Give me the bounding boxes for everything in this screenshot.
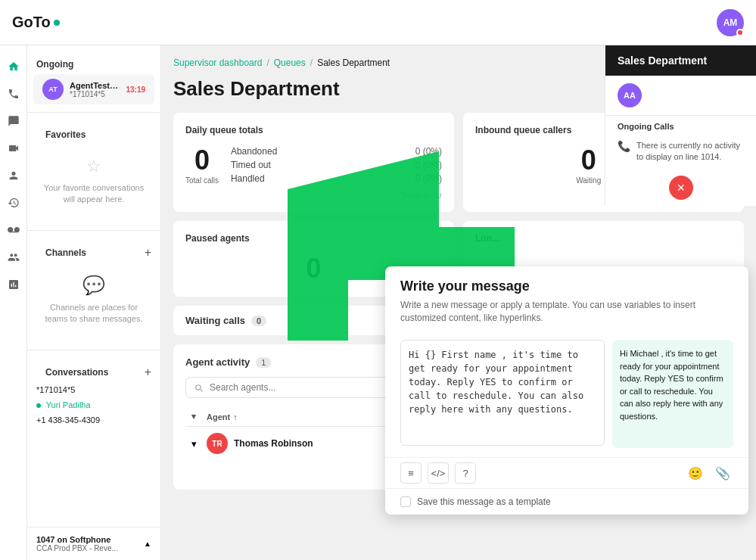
conversations-add-button[interactable]: + bbox=[145, 366, 151, 379]
search-icon bbox=[194, 383, 204, 393]
ongoing-item[interactable]: AT AgentTest agent *171014*5 13:19 bbox=[33, 74, 154, 104]
topbar: GoTo AM bbox=[0, 0, 756, 45]
inbound-waiting-num: 0 bbox=[576, 145, 601, 176]
logo-text: GoTo bbox=[12, 14, 51, 31]
conversations-section: Conversations + *171014*5 Yuri Padilha +… bbox=[27, 358, 160, 432]
col-agent-header[interactable]: Agent ↑ bbox=[207, 412, 380, 422]
modal-body: Hi {} First name , it's time to get read… bbox=[385, 331, 748, 457]
expand-icon: ▲ bbox=[144, 540, 151, 548]
timed-out-val: 0 (0%) bbox=[415, 160, 442, 170]
channels-add-button[interactable]: + bbox=[145, 246, 151, 260]
handled-label: Handled bbox=[231, 173, 265, 184]
avatar-initials: AM bbox=[723, 17, 738, 28]
abandoned-row: Abandoned 0 (0%) bbox=[231, 145, 442, 158]
rp-no-activity-text: There is currently no activity to displa… bbox=[636, 140, 744, 163]
sidebar-icon-supervisor[interactable] bbox=[2, 245, 26, 269]
rp-no-activity: 📞 There is currently no activity to disp… bbox=[605, 134, 756, 170]
longest-title: Lon... bbox=[475, 233, 732, 244]
modal-footer: Save this message as a template bbox=[385, 488, 748, 515]
ongoing-label: Ongoing bbox=[27, 54, 160, 74]
page-title: Sales Department bbox=[173, 77, 340, 101]
help-button[interactable]: ? bbox=[455, 462, 476, 484]
right-panel: Sales Department AA Ongoing Calls 📞 Ther… bbox=[605, 45, 756, 206]
ongoing-time: 13:19 bbox=[126, 86, 145, 94]
rp-agent-row: AA bbox=[605, 76, 756, 116]
divider-3 bbox=[27, 350, 160, 350]
sidebar-icon-phone[interactable] bbox=[2, 82, 26, 106]
left-panel: Ongoing AT AgentTest agent *171014*5 13:… bbox=[27, 45, 161, 560]
message-textarea[interactable]: Hi {} First name , it's time to get read… bbox=[400, 340, 605, 446]
textarea-wrap: Hi {} First name , it's time to get read… bbox=[400, 340, 605, 448]
modal-subtitle: Write a new message or apply a template.… bbox=[400, 299, 733, 325]
conv-active-dot bbox=[36, 403, 41, 408]
code-button[interactable]: </> bbox=[428, 462, 449, 484]
daily-queue-card: Daily queue totals 0 Total calls Abandon… bbox=[173, 113, 454, 212]
rp-ongoing-title: Ongoing Calls bbox=[605, 116, 756, 134]
abandoned-label: Abandoned bbox=[231, 146, 277, 157]
daily-footer: Today so far bbox=[231, 191, 442, 200]
rp-phone-icon: 📞 bbox=[618, 140, 630, 152]
divider-1 bbox=[27, 112, 160, 113]
sidebar-icon-chat[interactable] bbox=[2, 109, 26, 133]
sidebar-icon-home[interactable] bbox=[2, 54, 26, 79]
paused-title: Paused agents bbox=[185, 233, 442, 244]
agent-name: Thomas Robinson bbox=[234, 438, 313, 449]
logo-dot bbox=[54, 20, 60, 26]
activity-title: Agent activity bbox=[185, 356, 250, 368]
conv1-text: *171014*5 bbox=[36, 385, 75, 394]
star-icon: ☆ bbox=[86, 157, 101, 176]
text-format-button[interactable]: ≡ bbox=[400, 462, 422, 484]
favorites-empty-text: Your favorite conversations will appear … bbox=[42, 182, 145, 206]
conversation-item-2[interactable]: Yuri Padilha bbox=[36, 397, 151, 412]
channels-label: Channels bbox=[36, 243, 95, 263]
sidebar-icon-rail bbox=[0, 45, 27, 560]
abandoned-val: 0 (0%) bbox=[415, 146, 442, 157]
sidebar-icon-video[interactable] bbox=[2, 136, 26, 160]
channels-empty: 💬 Channels are places for teams to share… bbox=[36, 263, 151, 338]
channels-icon: 💬 bbox=[82, 275, 105, 296]
conversation-item-3[interactable]: +1 438-345-4309 bbox=[36, 412, 151, 428]
breadcrumb-dashboard[interactable]: Supervisor dashboard bbox=[173, 58, 262, 68]
conversations-label: Conversations bbox=[36, 362, 117, 382]
sidebar-icon-analytics[interactable] bbox=[2, 272, 26, 297]
breadcrumb-current: Sales Department bbox=[317, 58, 390, 68]
waiting-calls-label: Waiting calls bbox=[185, 315, 245, 326]
favorites-label: Favorites bbox=[36, 125, 151, 145]
timed-out-row: Timed out 0 (0%) bbox=[231, 158, 442, 172]
sidebar-icon-history[interactable] bbox=[2, 191, 26, 215]
breadcrumb-sep2: / bbox=[310, 58, 313, 68]
goto-logo: GoTo bbox=[12, 14, 60, 31]
handled-val: 0 (0%) bbox=[415, 173, 442, 184]
modal-toolbar: ≡ </> ? 🙂 📎 bbox=[385, 457, 748, 488]
agent-avatar: TR bbox=[207, 433, 228, 454]
ongoing-ext: *171014*5 bbox=[70, 90, 120, 98]
favorites-section: Favorites ☆ Your favorite conversations … bbox=[27, 120, 160, 222]
breadcrumb-queues[interactable]: Queues bbox=[274, 58, 306, 68]
activity-count: 1 bbox=[256, 357, 271, 368]
rp-title: Sales Department bbox=[605, 45, 756, 76]
sidebar-icon-voicemail[interactable] bbox=[2, 218, 26, 242]
channels-empty-text: Channels are places for teams to share m… bbox=[42, 302, 145, 325]
daily-queue-title: Daily queue totals bbox=[185, 125, 442, 135]
ongoing-avatar: AT bbox=[42, 79, 64, 100]
write-message-modal: Write your message Write a new message o… bbox=[385, 266, 748, 515]
inbound-waiting-label: Waiting bbox=[576, 176, 601, 185]
modal-header: Write your message Write a new message o… bbox=[385, 266, 748, 331]
conversation-item-1[interactable]: *171014*5 bbox=[36, 382, 151, 397]
sidebar-icon-contacts[interactable] bbox=[2, 163, 26, 188]
status-sub: CCA Prod PBX - Reve... bbox=[36, 544, 118, 552]
softphone-status[interactable]: 1047 on Softphone CCA Prod PBX - Reve...… bbox=[27, 527, 160, 560]
attach-button[interactable]: 📎 bbox=[712, 462, 733, 484]
daily-total-num: 0 bbox=[194, 145, 210, 176]
timed-out-label: Timed out bbox=[231, 160, 271, 170]
save-template-checkbox[interactable] bbox=[400, 496, 411, 507]
conv3-text: +1 438-345-4309 bbox=[36, 415, 100, 425]
daily-total-label: Total calls bbox=[185, 176, 219, 185]
save-template-label: Save this message as a template bbox=[417, 496, 551, 507]
rp-end-call-button[interactable]: ✕ bbox=[669, 176, 693, 200]
conv2-text: Yuri Padilha bbox=[46, 400, 91, 409]
rp-avatar: AA bbox=[618, 83, 642, 107]
emoji-button[interactable]: 🙂 bbox=[685, 462, 706, 484]
user-avatar[interactable]: AM bbox=[717, 9, 744, 36]
channels-section: Channels + 💬 Channels are places for tea… bbox=[27, 238, 160, 342]
